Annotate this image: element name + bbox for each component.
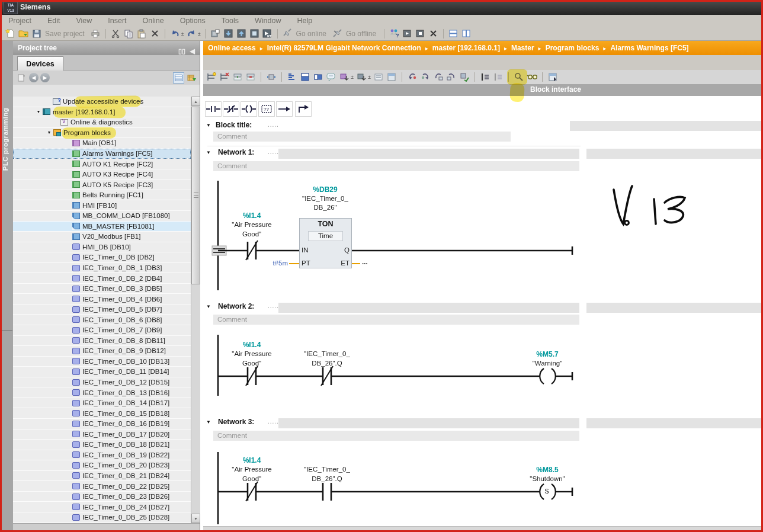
- tree-item[interactable]: AUTO K1 Recipe [FC2]: [13, 159, 191, 169]
- previous-error-icon[interactable]: [407, 72, 418, 82]
- contact-name-line1[interactable]: "Air Pressure: [222, 350, 281, 357]
- insert-empty-box-dropdown-icon[interactable]: ±: [368, 74, 371, 80]
- copy-icon[interactable]: [123, 28, 134, 39]
- menu-item[interactable]: Window: [255, 17, 281, 25]
- contact-operand[interactable]: %I1.4: [228, 456, 275, 464]
- breadcrumb-item[interactable]: Intel(R) 82579LM Gigabit Network Connect…: [267, 44, 421, 52]
- tree-item[interactable]: IEC_Timer_0_DB_3 [DB5]: [13, 284, 191, 294]
- start-runtime-icon[interactable]: RT: [262, 28, 273, 39]
- insert-block-dropdown-icon[interactable]: ±: [351, 74, 354, 80]
- next-error-icon[interactable]: [420, 72, 431, 82]
- delete-icon[interactable]: [149, 28, 161, 39]
- undo-dropdown-icon[interactable]: ±: [181, 31, 184, 37]
- block-title-dots[interactable]: .....: [268, 121, 279, 128]
- table-export-icon[interactable]: [186, 72, 197, 84]
- pin-pt-label[interactable]: PT: [302, 259, 310, 267]
- tree-item[interactable]: IEC_Timer_0_DB_21 [DB24]: [13, 471, 191, 482]
- close-editor-icon[interactable]: [428, 28, 439, 39]
- menu-item[interactable]: Tools: [222, 17, 239, 25]
- pt-preset-value[interactable]: t#5m: [267, 259, 288, 267]
- consistency-check-icon[interactable]: [459, 72, 470, 82]
- delete-row-icon[interactable]: [245, 72, 256, 82]
- breadcrumb-item[interactable]: master [192.168.0.1]: [432, 44, 500, 52]
- tab-devices[interactable]: Devices: [17, 56, 63, 71]
- tree-item[interactable]: IEC_Timer_0_DB_25 [DB28]: [13, 512, 191, 523]
- coil-name[interactable]: "Warning": [524, 360, 571, 367]
- tree-item[interactable]: IEC_Timer_0_DB_5 [DB7]: [13, 305, 191, 315]
- collapse-all-networks-icon[interactable]: [313, 72, 323, 82]
- expand-all-networks-icon[interactable]: [300, 72, 310, 82]
- timer-q-contact-line2[interactable]: DB_26".Q: [291, 360, 363, 367]
- breadcrumb-item[interactable]: Master: [511, 44, 534, 52]
- tree-item[interactable]: IEC_Timer_0_DB_13 [DB16]: [13, 387, 191, 398]
- contact-name-line2[interactable]: Good": [222, 475, 281, 482]
- coil-name[interactable]: "Shutdown": [524, 475, 571, 482]
- breadcrumb-item[interactable]: Online access: [208, 44, 256, 52]
- toggle-comments-icon[interactable]: [326, 72, 336, 82]
- start-cpu-icon[interactable]: [249, 28, 260, 39]
- network2-comment-field[interactable]: Comment: [213, 315, 579, 325]
- delete-network-icon[interactable]: [219, 72, 230, 82]
- scroll-down-icon[interactable]: ▼: [191, 514, 200, 523]
- tree-item[interactable]: IEC_Timer_0_DB_18 [DB21]: [13, 440, 191, 450]
- open-project-icon[interactable]: [18, 28, 29, 39]
- tree-item[interactable]: IEC_Timer_0_DB_6 [DB8]: [13, 315, 191, 325]
- insert-network-icon[interactable]: [206, 72, 217, 82]
- save-project-label[interactable]: Save project: [45, 30, 85, 38]
- forward-icon[interactable]: ▶: [40, 73, 50, 82]
- contact-name-line1[interactable]: "Air Pressure: [222, 221, 281, 228]
- tree-item[interactable]: IEC_Timer_0_DB_23 [DB26]: [13, 492, 191, 502]
- tree-item[interactable]: IEC_Timer_0_DB_22 [DB25]: [13, 481, 191, 492]
- tree-item[interactable]: IEC_Timer_0_DB_9 [DB12]: [13, 346, 191, 357]
- scroll-up-icon[interactable]: ▲: [191, 97, 200, 106]
- split-editor-vertical-icon[interactable]: [461, 28, 472, 39]
- scrollbar-thumb[interactable]: [191, 107, 200, 284]
- network1-dots[interactable]: .....: [268, 149, 279, 155]
- tree-item[interactable]: IEC_Timer_0_DB_1 [DB3]: [13, 263, 191, 274]
- tree-item[interactable]: Alarms Warnings [FC5]: [13, 149, 191, 159]
- network3-collapse-icon[interactable]: ▼: [206, 419, 212, 425]
- tree-item[interactable]: Main [OB1]: [13, 138, 191, 149]
- statement-off-icon[interactable]: [493, 72, 504, 82]
- tree-item[interactable]: Update accessible devices: [13, 97, 191, 107]
- menu-item[interactable]: Help: [297, 17, 312, 25]
- network3-title[interactable]: Network 3:: [218, 418, 254, 426]
- pin-et-label[interactable]: ET: [339, 259, 350, 267]
- tree-item[interactable]: IEC_Timer_0_DB_8 [DB11]: [13, 336, 191, 347]
- resize-elements-icon[interactable]: [266, 72, 277, 82]
- find-replace-icon[interactable]: [514, 72, 524, 82]
- block-title-collapse-icon[interactable]: ▼: [206, 123, 212, 128]
- tree-item[interactable]: IEC_Timer_0_DB_24 [DB27]: [13, 502, 191, 512]
- menu-item[interactable]: Project: [8, 17, 31, 25]
- update-block-calls-icon[interactable]: [433, 72, 444, 82]
- save-icon[interactable]: [31, 28, 42, 39]
- contact-operand[interactable]: %I1.4: [228, 211, 275, 220]
- coil-operand[interactable]: %M8.5: [524, 466, 571, 474]
- stop-window-icon[interactable]: [415, 28, 426, 39]
- breadcrumb-item[interactable]: Program blocks: [546, 44, 600, 52]
- split-editor-horizontal-icon[interactable]: [448, 28, 459, 39]
- rewire-icon[interactable]: [446, 72, 457, 82]
- tree-item[interactable]: IEC_Timer_0_DB [DB2]: [13, 252, 191, 263]
- tree-item[interactable]: ▼ master [192.168.0.1]: [13, 107, 191, 118]
- timer-q-contact-line1[interactable]: "IEC_Timer_0_: [291, 466, 363, 473]
- tree-item[interactable]: Belts Running [FC1]: [13, 190, 191, 201]
- contact-operand[interactable]: %I1.4: [228, 341, 275, 349]
- tree-item[interactable]: IEC_Timer_0_DB_17 [DB20]: [13, 430, 191, 440]
- undo-icon[interactable]: [169, 28, 181, 39]
- menu-item[interactable]: Edit: [47, 17, 60, 25]
- tree-item[interactable]: IEC_Timer_0_DB_16 [DB19]: [13, 419, 191, 430]
- contact-name-line2[interactable]: Good": [222, 360, 281, 367]
- menu-item[interactable]: Online: [143, 17, 164, 25]
- redo-icon[interactable]: [186, 28, 197, 39]
- tree-item[interactable]: IEC_Timer_0_DB_15 [DB18]: [13, 408, 191, 419]
- network-sequence-icon[interactable]: [373, 72, 384, 82]
- network3-dots[interactable]: .....: [268, 418, 279, 425]
- tree-item[interactable]: IEC_Timer_0_DB_11 [DB14]: [13, 367, 191, 377]
- network1-title[interactable]: Network 1:: [218, 148, 254, 156]
- network1-comment-field[interactable]: Comment: [213, 161, 579, 171]
- contact-name-line2[interactable]: Good": [222, 230, 281, 238]
- block-title-label[interactable]: Block title:: [216, 121, 252, 129]
- network1-collapse-icon[interactable]: ▼: [206, 150, 212, 155]
- timer-name-line2[interactable]: DB_26": [286, 204, 364, 211]
